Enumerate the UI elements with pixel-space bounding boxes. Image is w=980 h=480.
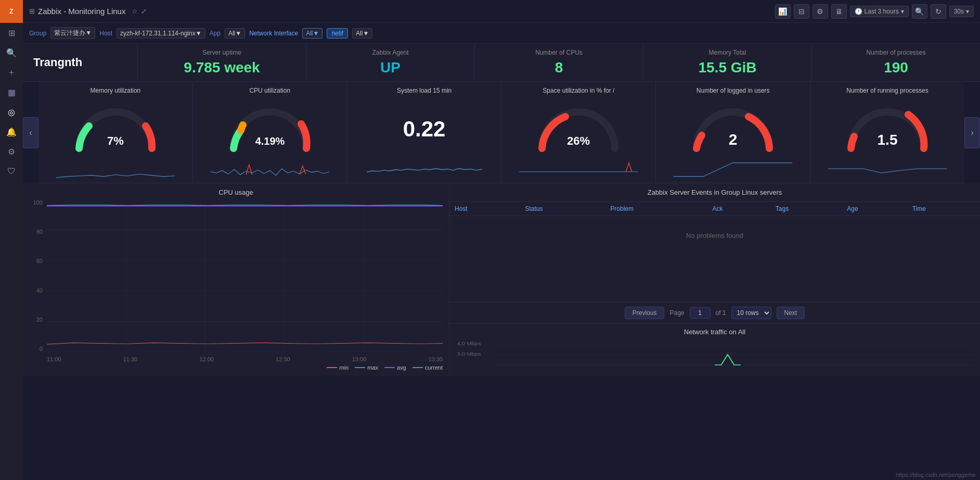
- svg-text:2: 2: [729, 131, 738, 148]
- gauge-sysload-sparkline: [352, 155, 497, 181]
- rows-select[interactable]: 10 rows 25 rows 50 rows: [731, 307, 771, 319]
- chevron-down-icon: ▾: [901, 8, 904, 15]
- sidebar: Z ⊞ 🔍 ＋ ▦ ◎ 🔔 ⚙ 🛡: [0, 0, 23, 480]
- group-select[interactable]: 紫云汁捷办▼: [50, 27, 95, 39]
- topbar-icons: ☆ ⤢: [132, 7, 147, 15]
- next-arrow[interactable]: ›: [964, 117, 980, 148]
- col-age[interactable]: Age: [842, 202, 907, 216]
- events-panel: Zabbix Server Events in Group Linux serv…: [449, 183, 980, 376]
- settings-btn[interactable]: ⚙: [813, 4, 828, 19]
- gauge-sysload-value: 0.22: [403, 117, 446, 142]
- share-icon[interactable]: ⤢: [141, 7, 147, 15]
- gauge-cpu-svg: 4.19%: [223, 96, 317, 159]
- server-name-cell: Trangnth: [23, 44, 137, 81]
- gauge-users: Number of logged in users 2: [656, 82, 810, 183]
- interval-label: 30s: [954, 8, 964, 15]
- server-name: Trangnth: [33, 56, 82, 69]
- gauge-memory-svg: 7%: [69, 96, 162, 159]
- sidebar-icon-plus[interactable]: ＋: [0, 62, 23, 82]
- sidebar-icon-search[interactable]: 🔍: [0, 43, 23, 62]
- stat-num-processes-label: Number of processes: [866, 49, 925, 56]
- topbar: ⊞ Zabbix - Monitoring Linux ☆ ⤢ 📊 ⊟ ⚙ 🖥 …: [23, 0, 980, 23]
- star-icon[interactable]: ☆: [132, 7, 138, 15]
- col-host[interactable]: Host: [449, 202, 520, 216]
- svg-text:7%: 7%: [107, 134, 124, 147]
- network-panel: Network traffic on All 4.0 Mbps 3.0 Mbps: [449, 323, 980, 376]
- next-button[interactable]: Next: [777, 307, 805, 319]
- col-status[interactable]: Status: [520, 202, 605, 216]
- network-chart: 4.0 Mbps 3.0 Mbps: [456, 339, 974, 370]
- legend-current: current: [412, 364, 443, 371]
- gauge-row-wrapper: ‹ Memory utilization 7%: [23, 82, 980, 183]
- gauge-space-svg: 26%: [532, 96, 625, 159]
- gauge-space-title: Space utilization in % for /: [543, 87, 614, 94]
- legend-min-dot: [327, 367, 337, 368]
- app-logo[interactable]: Z: [0, 0, 23, 23]
- stat-num-cpus-label: Number of CPUs: [535, 49, 583, 56]
- legend-avg-label: avg: [397, 364, 406, 371]
- cpu-chart-svg: [47, 199, 443, 352]
- col-problem[interactable]: Problem: [605, 202, 707, 216]
- page-label: Page: [669, 309, 684, 317]
- chart-y-labels: 100 80 60 40 20 0: [29, 199, 45, 352]
- filterbar: Group 紫云汁捷办▼ Host zyzh-kf-172.31.1.114-n…: [23, 23, 980, 44]
- netif-label-badge: netif: [327, 28, 348, 39]
- legend-avg: avg: [384, 364, 406, 371]
- no-problems-msg: No problems found: [449, 216, 980, 256]
- col-time[interactable]: Time: [907, 202, 980, 216]
- previous-button[interactable]: Previous: [625, 307, 665, 319]
- topbar-grid-icon: ⊞: [29, 7, 35, 15]
- table-btn[interactable]: ⊟: [794, 4, 809, 19]
- host-select[interactable]: zyzh-kf-172.31.1.114-nginx▼: [117, 28, 205, 39]
- chart-x-labels: 11:00 11:30 12:00 12:30 13:00 13:30: [47, 356, 443, 362]
- prev-arrow[interactable]: ‹: [23, 117, 38, 148]
- col-ack[interactable]: Ack: [707, 202, 770, 216]
- legend-current-dot: [412, 367, 423, 368]
- events-title: Zabbix Server Events in Group Linux serv…: [449, 183, 980, 202]
- stat-zabbix-agent-label: Zabbix Agent: [372, 49, 408, 56]
- gauge-memory: Memory utilization 7%: [38, 82, 193, 183]
- sidebar-icon-gear[interactable]: ⚙: [0, 142, 23, 161]
- refresh-btn[interactable]: ↻: [931, 4, 946, 19]
- display-btn[interactable]: 🖥: [831, 4, 847, 19]
- app-select[interactable]: All▼: [225, 28, 245, 39]
- sidebar-icon-shield[interactable]: 🛡: [0, 161, 23, 181]
- sidebar-icon-apps[interactable]: ▦: [0, 82, 23, 102]
- cpu-chart-title: CPU usage: [29, 188, 443, 196]
- gauge-space: Space utilization in % for / 26%: [501, 82, 656, 183]
- stat-server-uptime-label: Server uptime: [202, 49, 241, 56]
- legend-current-label: current: [425, 364, 443, 371]
- zoom-in-btn[interactable]: 🔍: [912, 4, 927, 19]
- bar-chart-btn[interactable]: 📊: [775, 4, 791, 19]
- network-select[interactable]: All▼: [302, 28, 323, 39]
- sidebar-icon-grid[interactable]: ⊞: [0, 23, 23, 43]
- stats-header: Trangnth Server uptime 9.785 week Zabbix…: [23, 44, 980, 82]
- legend-min: min: [327, 364, 349, 371]
- stat-zabbix-agent-value: UP: [380, 59, 401, 76]
- url-bar: https://blog.csdn.net/penggerhe: [896, 472, 976, 478]
- col-tags[interactable]: Tags: [770, 202, 842, 216]
- stat-server-uptime-value: 9.785 week: [184, 59, 260, 76]
- netif-select[interactable]: All▼: [352, 28, 372, 39]
- gauge-processes-sparkline: [815, 160, 960, 181]
- time-range-btn[interactable]: 🕐 Last 3 hours ▾: [850, 6, 909, 17]
- gauge-cpu-title: CPU utilization: [249, 87, 290, 94]
- host-label: Host: [99, 30, 112, 37]
- legend-max-label: max: [367, 364, 378, 371]
- sidebar-icon-bell[interactable]: 🔔: [0, 122, 23, 142]
- page-title: Zabbix - Monitoring Linux: [38, 7, 125, 16]
- topbar-right: 📊 ⊟ ⚙ 🖥 🕐 Last 3 hours ▾ 🔍 ↻ 30s ▾: [775, 4, 974, 19]
- interval-btn[interactable]: 30s ▾: [949, 6, 974, 17]
- page-input[interactable]: [690, 307, 711, 319]
- legend-max: max: [355, 364, 378, 371]
- svg-text:26%: 26%: [567, 134, 590, 147]
- sidebar-icon-monitor[interactable]: ◎: [0, 102, 23, 122]
- gauge-users-sparkline: [660, 160, 806, 181]
- gauge-processes-svg: 1.5: [841, 96, 934, 159]
- svg-text:4.19%: 4.19%: [255, 135, 285, 147]
- page-of: of 1: [716, 309, 726, 317]
- svg-text:3.0 Mbps: 3.0 Mbps: [457, 351, 481, 357]
- events-table: Host Status Problem Ack Tags Age Time No…: [449, 202, 980, 255]
- gauge-memory-title: Memory utilization: [91, 87, 141, 94]
- gauge-users-svg: 2: [686, 96, 780, 159]
